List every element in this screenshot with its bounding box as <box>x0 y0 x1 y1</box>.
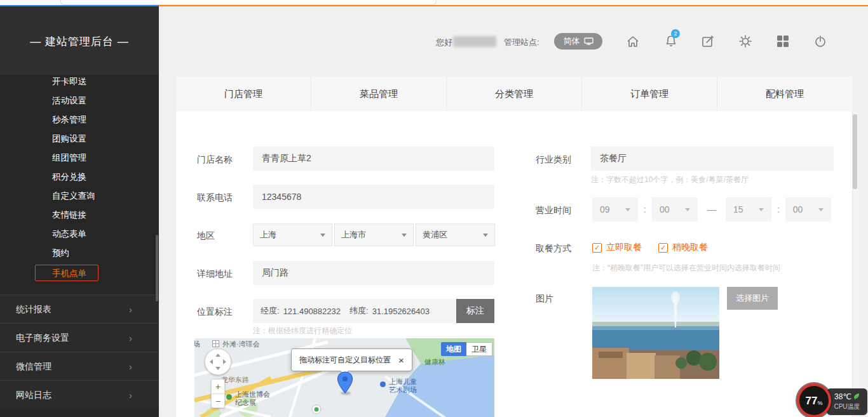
map-label-expo: 上海世博会 纪念展 <box>235 390 270 407</box>
city-value: 上海市 <box>341 229 366 241</box>
browser-strip <box>0 0 868 6</box>
tab-order-management[interactable]: 订单管理 <box>582 77 717 111</box>
sidebar-section-site-log[interactable]: 网站日志 › <box>0 380 159 409</box>
address-bar-remnant[interactable] <box>60 0 437 5</box>
apps-button[interactable] <box>775 34 790 49</box>
chevron-right-icon: › <box>129 324 132 352</box>
cpu-temp-label: CPU温度 <box>834 402 860 411</box>
zoom-in-button[interactable]: + <box>212 380 224 394</box>
power-icon <box>813 34 828 49</box>
map-marker-icon[interactable] <box>337 371 353 394</box>
home-icon <box>625 34 641 49</box>
sidebar-item-dynamic-form[interactable]: 动态表单 <box>0 225 159 244</box>
hours-controls: 09 : 00 — 15 : 00 <box>592 197 831 222</box>
industry-note: 注：字数不超过10个字，例：美食/粤菜/茶餐厅 <box>591 175 749 185</box>
chevron-right-icon: › <box>129 295 132 324</box>
sidebar-section-ecommerce[interactable]: 电子商务设置 › <box>0 323 159 352</box>
sidebar-item-booking[interactable]: 预约 <box>0 244 159 263</box>
store-name-input[interactable]: 青青原上草2 <box>253 147 494 171</box>
province-select[interactable]: 上海 <box>253 223 332 246</box>
province-value: 上海 <box>260 229 276 241</box>
industry-label: 行业类别 <box>536 154 571 166</box>
dropdown-arrow-icon <box>320 234 325 237</box>
settings-button[interactable] <box>738 34 753 49</box>
performance-gauge[interactable]: 77 % <box>797 383 831 417</box>
edit-icon <box>700 34 715 49</box>
sidebar-item-links[interactable]: 友情链接 <box>0 206 159 225</box>
gauge-percent: 77 <box>806 395 818 406</box>
open-minute-select[interactable]: 00 <box>652 197 698 222</box>
sidebar-section-stats[interactable]: 统计报表 › <box>0 295 159 323</box>
page: — 建站管理后台 — 开卡即送 活动设置 秒杀管理 团购设置 组团管理 积分兑换… <box>0 0 868 417</box>
close-hour-select[interactable]: 15 <box>726 197 771 222</box>
section-label: 统计报表 <box>16 304 51 314</box>
phone-input[interactable]: 12345678 <box>253 185 494 209</box>
pickup-label: 取餐方式 <box>536 243 571 255</box>
choose-image-button[interactable]: 选择图片 <box>727 287 778 310</box>
close-icon[interactable]: × <box>398 355 404 365</box>
latitude-label: 纬度: <box>349 305 369 317</box>
grid-icon <box>777 36 782 41</box>
latitude-value: 31.1952626403 <box>372 307 430 316</box>
sidebar-section-wechat[interactable]: 微信管理 › <box>0 352 159 380</box>
hours-label: 营业时间 <box>536 205 571 216</box>
tab-dish-management[interactable]: 菜品管理 <box>311 77 447 111</box>
compose-button[interactable] <box>700 34 715 49</box>
pickup-options: ✓ 立即取餐 ✓ 稍晚取餐 <box>592 242 708 253</box>
tab-ingredient-management[interactable]: 配料管理 <box>717 77 852 111</box>
map-type-map-button[interactable]: 地图 <box>441 342 466 356</box>
open-hour-select[interactable]: 09 <box>592 197 638 222</box>
map-type-satellite-button[interactable]: 卫星 <box>466 342 492 356</box>
store-photo <box>592 287 719 379</box>
pickup-later-checkbox[interactable]: ✓ 稍晚取餐 <box>658 242 708 253</box>
map-poi-icon <box>212 340 219 347</box>
zoom-out-button[interactable]: − <box>212 394 224 408</box>
sidebar-item-custom-query[interactable]: 自定义查询 <box>0 187 159 206</box>
cpu-temp-value: 38℃ <box>834 392 851 401</box>
close-minute-select[interactable]: 00 <box>785 197 831 222</box>
longitude-value: 121.490882232 <box>283 307 341 316</box>
pickup-now-checkbox[interactable]: ✓ 立即取餐 <box>592 242 642 253</box>
checkbox-checked-icon: ✓ <box>592 243 602 253</box>
sidebar-item-card-gift[interactable]: 开卡即送 <box>0 72 159 91</box>
store-name-label: 门店名称 <box>197 154 233 166</box>
language-switch-button[interactable]: 简体 <box>554 33 602 50</box>
sidebar-item-seckill[interactable]: 秒杀管理 <box>0 110 159 129</box>
map-pan-control[interactable] <box>205 348 231 375</box>
sidebar-item-activity[interactable]: 活动设置 <box>0 91 159 110</box>
map-zoom-control: + − <box>211 379 225 408</box>
time-colon: : <box>644 204 646 215</box>
sidebar-item-points[interactable]: 积分兑换 <box>0 168 159 187</box>
logout-button[interactable] <box>813 34 828 49</box>
dropdown-arrow-icon <box>483 234 488 237</box>
map-tooltip: 拖动标注可自定义目标位置 × <box>291 348 412 371</box>
pan-left-icon <box>210 359 213 364</box>
sidebar-item-mobile-order-selected[interactable]: 手机点单 <box>35 265 98 281</box>
tab-category-management[interactable]: 分类管理 <box>447 77 582 111</box>
city-select[interactable]: 上海市 <box>334 223 414 246</box>
mark-location-button[interactable]: 标注 <box>456 299 494 323</box>
coordinates-field[interactable]: 经度: 121.490882232 纬度: 31.1952626403 <box>253 299 456 323</box>
district-select[interactable]: 黄浦区 <box>416 223 495 246</box>
map-label-cut: 场 <box>194 340 200 349</box>
sidebar-item-groupbuy[interactable]: 团购设置 <box>0 129 159 149</box>
map-label-road: 龙华东路 <box>221 375 249 385</box>
sidebar-item-team[interactable]: 组团管理 <box>0 149 159 168</box>
manage-site-label: 管理站点: <box>504 37 539 48</box>
industry-input[interactable]: 茶餐厅 <box>591 147 834 171</box>
address-input[interactable]: 局门路 <box>253 261 494 285</box>
checkbox-checked-icon: ✓ <box>658 243 668 253</box>
section-label: 电子商务设置 <box>16 333 69 343</box>
home-button[interactable] <box>625 34 641 49</box>
map-label-bund: 外滩·湾璟会 <box>222 340 260 349</box>
pan-up-icon <box>215 354 220 357</box>
leaf-icon <box>853 393 860 400</box>
section-label: 网站日志 <box>16 390 51 400</box>
tab-store-management[interactable]: 门店管理 <box>176 77 311 111</box>
page-scrollbar-thumb[interactable] <box>853 114 857 189</box>
gauge-percent-sign: % <box>817 400 822 406</box>
greeting-text: 您好 <box>436 37 452 48</box>
chevron-down-icon <box>818 208 824 211</box>
monitor-icon <box>584 37 593 45</box>
map-widget[interactable]: 场 外滩·湾璟会 龙华东路 上海世博会 纪念展 上海儿童 艺术剧场 健康林 + … <box>194 338 494 417</box>
